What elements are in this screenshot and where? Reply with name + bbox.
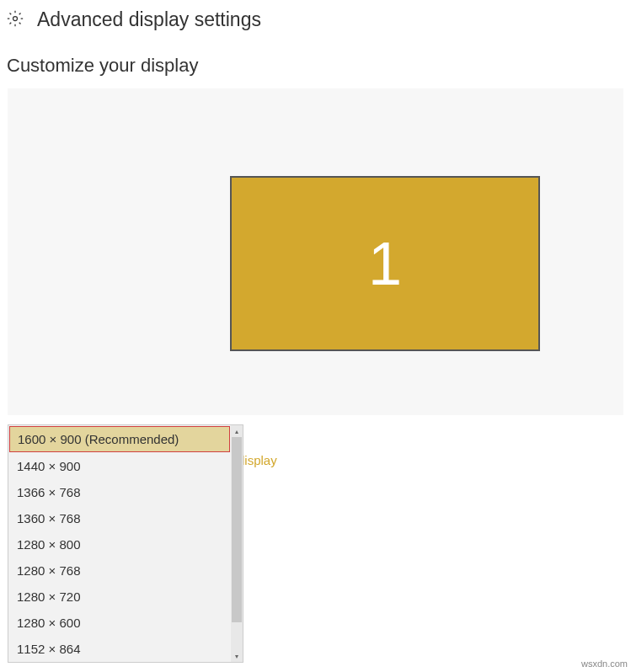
resolution-option[interactable]: 1440 × 900 <box>8 453 231 479</box>
resolution-option[interactable]: 1366 × 768 <box>8 479 231 505</box>
resolution-option[interactable]: 1152 × 864 <box>8 636 231 662</box>
svg-point-0 <box>13 16 18 20</box>
resolution-option[interactable]: 1280 × 600 <box>8 610 231 636</box>
gear-icon <box>7 10 24 30</box>
resolution-option[interactable]: 1280 × 720 <box>8 584 231 610</box>
resolution-option[interactable]: 1600 × 900 (Recommended) <box>9 426 230 452</box>
page-title: Advanced display settings <box>37 8 261 31</box>
scroll-thumb[interactable] <box>232 437 242 622</box>
resolution-option[interactable]: 1280 × 768 <box>8 557 231 584</box>
page-header: Advanced display settings <box>0 0 631 40</box>
resolution-option[interactable]: 1360 × 768 <box>8 505 231 531</box>
monitor-preview[interactable]: 1 <box>230 176 540 351</box>
scroll-down-arrow[interactable]: ▾ <box>231 650 243 662</box>
dropdown-scrollbar[interactable]: ▴ ▾ <box>231 425 243 662</box>
scroll-track[interactable] <box>231 437 243 650</box>
customize-subtitle: Customize your display <box>0 40 631 88</box>
scroll-up-arrow[interactable]: ▴ <box>231 425 243 437</box>
resolution-list: 1600 × 900 (Recommended) 1440 × 900 1366… <box>8 425 231 662</box>
resolution-option[interactable]: 1280 × 800 <box>8 531 231 557</box>
resolution-dropdown-open: 1600 × 900 (Recommended) 1440 × 900 1366… <box>8 424 243 663</box>
monitor-number: 1 <box>368 229 402 298</box>
watermark: wsxdn.com <box>581 659 628 669</box>
display-preview-area: 1 <box>8 88 623 415</box>
display-link-partial[interactable]: display <box>238 453 277 467</box>
